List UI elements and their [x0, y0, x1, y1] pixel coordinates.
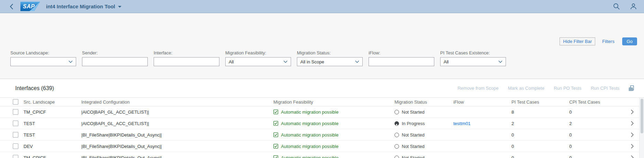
scrollbar-thumb[interactable] — [641, 99, 643, 133]
filter-bar: Hide Filter Bar Filters Go Source Landsc… — [0, 13, 644, 79]
row-checkbox[interactable] — [13, 143, 18, 149]
filter-field-interface: Interface: — [154, 50, 219, 66]
mark-as-complete-button[interactable]: Mark as Complete — [508, 86, 544, 91]
shell-bar: SAP int4 Interface Migration Tool — [0, 0, 644, 13]
green-check-icon — [273, 155, 278, 158]
title-caret-icon — [118, 6, 121, 8]
app-root: SAP int4 Interface Migration Tool Hide F… — [0, 0, 644, 158]
vertical-scrollbar[interactable] — [639, 98, 644, 158]
input-interface[interactable] — [154, 57, 219, 66]
input-iflow[interactable] — [369, 57, 434, 66]
app-title-menu[interactable]: int4 Interface Migration Tool — [46, 3, 121, 9]
page-title: int4 Interface Migration Tool — [46, 3, 115, 9]
cpi-test-cases-value: 0 — [569, 144, 572, 149]
row-nav-chevron-icon[interactable] — [625, 121, 639, 126]
back-button[interactable] — [10, 3, 13, 10]
src-landscape-value: TM_CPICF — [24, 155, 46, 158]
table-row[interactable]: TM_CPICF |AICO|BAPI_GL_ACC_GETLIST|| Aut… — [0, 106, 644, 118]
green-check-icon — [273, 144, 278, 149]
pi-test-cases-value: 0 — [511, 155, 514, 158]
integrated-configuration-value: |AICO|BAPI_GL_ACC_GETLIST|| — [81, 109, 149, 115]
sap-logo-text: SAP — [20, 2, 35, 11]
export-spreadsheet-icon[interactable] — [628, 85, 635, 91]
input-sender[interactable] — [82, 57, 148, 66]
dropdown-chevron-icon — [498, 60, 502, 63]
toolbar-actions: Remove from ScopeMark as CompleteRun PO … — [457, 86, 619, 91]
table-header-row: Src. LandscapeIntegrated ConfigurationMi… — [0, 97, 644, 106]
go-button[interactable]: Go — [622, 37, 637, 45]
integrated-configuration-value: |BI_FileShare|BIKPIDetails_Out_Async|| — [81, 155, 162, 158]
pi-test-cases-value: 0 — [511, 144, 514, 149]
row-checkbox[interactable] — [13, 109, 18, 115]
column-header-integrated-configuration: Integrated Configuration — [81, 99, 273, 105]
table-toolbar: Interfaces (639) Remove from ScopeMark a… — [0, 79, 644, 97]
hide-filter-bar-button[interactable]: Hide Filter Bar — [560, 37, 595, 45]
filter-label-source-landscape: Source Landscape: — [10, 50, 76, 55]
pi-test-cases-value: 8 — [511, 109, 514, 115]
table-title: Interfaces (639) — [15, 85, 54, 91]
cpi-test-cases-value: 2 — [569, 121, 572, 126]
row-checkbox[interactable] — [13, 155, 18, 158]
row-nav-chevron-icon[interactable] — [625, 155, 639, 158]
filter-field-source-landscape: Source Landscape: — [10, 50, 76, 66]
back-chevron-icon — [10, 3, 13, 10]
iflow-link[interactable]: testtm01 — [453, 121, 471, 126]
select-pi-test-cases-existence[interactable]: All — [440, 57, 506, 66]
table-body: TM_CPICF |AICO|BAPI_GL_ACC_GETLIST|| Aut… — [0, 106, 644, 158]
row-checkbox[interactable] — [13, 121, 18, 126]
in-progress-icon — [394, 121, 399, 126]
integrated-configuration-value: |AICO|BAPI_GL_ACC_GETLIST|| — [81, 121, 149, 126]
not-started-icon — [394, 133, 399, 137]
migration-status-cell: Not Started — [394, 132, 453, 138]
filter-field-pi-test-cases-existence: PI Test Cases Existence: All — [440, 50, 506, 66]
row-nav-chevron-icon[interactable] — [625, 144, 639, 149]
run-cpi-tests-button[interactable]: Run CPI Tests — [591, 86, 619, 91]
interfaces-table-section: Interfaces (639) Remove from ScopeMark a… — [0, 79, 644, 158]
filter-label-iflow: iFlow: — [369, 50, 434, 55]
cpi-test-cases-value: 0 — [569, 109, 572, 115]
select-all-checkbox[interactable] — [13, 99, 18, 105]
table-row[interactable]: TEST |BI_FileShare|BIKPIDetails_Out_Asyn… — [0, 129, 644, 141]
src-landscape-value: TEST — [24, 121, 35, 126]
dropdown-chevron-icon — [283, 60, 288, 63]
select-source-landscape[interactable] — [10, 57, 76, 66]
dropdown-chevron-icon — [355, 60, 359, 63]
remove-from-scope-button[interactable]: Remove from Scope — [457, 86, 499, 91]
filter-field-migration-status: Migration Status: All in Scope — [297, 50, 363, 66]
column-header-src-landscape: Src. Landscape — [24, 99, 81, 105]
filter-label-migration-status: Migration Status: — [297, 50, 363, 55]
table-row[interactable]: TEST |AICO|BAPI_GL_ACC_GETLIST|| Automat… — [0, 118, 644, 129]
dropdown-chevron-icon — [69, 60, 73, 63]
migration-feasibility-cell: Automatic migration possible — [273, 132, 394, 138]
filter-label-sender: Sender: — [82, 50, 148, 55]
select-all-cell — [0, 99, 24, 105]
filter-label-interface: Interface: — [154, 50, 219, 55]
pi-test-cases-value: 2 — [511, 121, 514, 126]
not-started-icon — [394, 156, 399, 158]
integrated-configuration-value: |BI_FileShare|BIKPIDetails_Out_Async|| — [81, 144, 162, 149]
row-nav-chevron-icon[interactable] — [625, 132, 639, 137]
cpi-test-cases-value: 0 — [569, 132, 572, 138]
table-row[interactable]: DEV |BI_FileShare|BIKPIDetails_Out_Async… — [0, 141, 644, 152]
filters-button[interactable]: Filters — [601, 38, 616, 45]
user-profile-icon[interactable] — [630, 3, 637, 10]
migration-feasibility-cell: Automatic migration possible — [273, 144, 394, 149]
select-migration-feasibility[interactable]: All — [225, 57, 291, 66]
filter-label-migration-feasibility: Migration Feasibility: — [225, 50, 291, 55]
column-header-cpi-test-cases: CPI Test Cases — [569, 99, 625, 105]
table-row[interactable]: TM_CPICF |BI_FileShare|BIKPIDetails_Out_… — [0, 152, 644, 158]
row-checkbox[interactable] — [13, 132, 18, 138]
row-nav-chevron-icon[interactable] — [625, 109, 639, 114]
migration-status-cell: Not Started — [394, 155, 453, 158]
column-header-pi-test-cases: PI Test Cases — [511, 99, 569, 105]
select-migration-status[interactable]: All in Scope — [297, 57, 363, 66]
migration-feasibility-cell: Automatic migration possible — [273, 155, 394, 158]
filter-field-sender: Sender: — [82, 50, 148, 66]
column-header-migration-status: Migration Status — [394, 99, 453, 105]
run-po-tests-button[interactable]: Run PO Tests — [554, 86, 581, 91]
filter-label-pi-test-cases-existence: PI Test Cases Existence: — [440, 50, 506, 55]
search-icon[interactable] — [613, 3, 620, 10]
pi-test-cases-value: 0 — [511, 132, 514, 138]
cpi-test-cases-value: 0 — [569, 155, 572, 158]
filter-field-iflow: iFlow: — [369, 50, 434, 66]
